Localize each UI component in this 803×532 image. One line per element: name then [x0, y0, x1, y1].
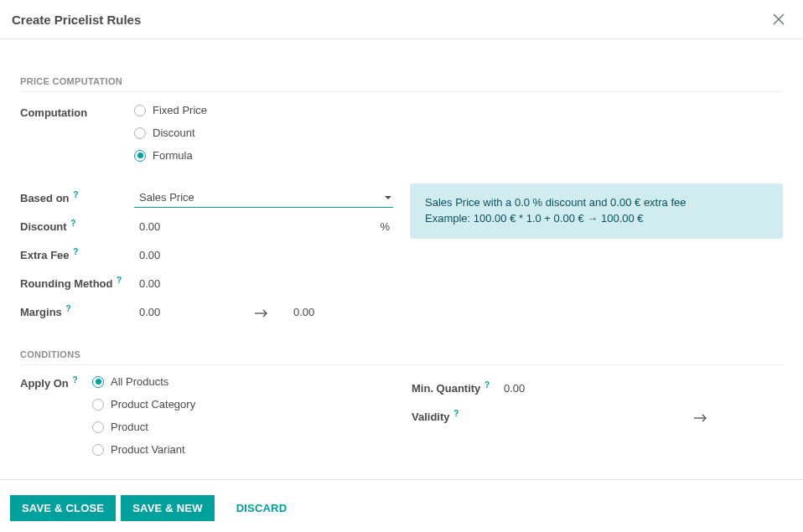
- computation-option-discount[interactable]: Discount: [134, 127, 207, 139]
- help-icon[interactable]: ?: [70, 219, 75, 228]
- section-conditions: CONDITIONS Apply On ? All Products: [20, 349, 783, 456]
- chevron-down-icon: [385, 196, 391, 199]
- radio-icon: [134, 105, 146, 116]
- save-close-button[interactable]: Save & Close: [10, 495, 116, 521]
- section-title-conditions: CONDITIONS: [20, 349, 783, 365]
- modal-title: Create Pricelist Rules: [12, 13, 141, 27]
- apply-on-option-product[interactable]: Product: [92, 421, 195, 433]
- radio-icon: [134, 150, 146, 162]
- help-icon[interactable]: ?: [484, 380, 490, 390]
- close-icon[interactable]: [771, 12, 786, 27]
- arrow-right-icon: [255, 307, 268, 316]
- computation-field: Computation Fixed Price Discount Formula: [20, 101, 783, 163]
- help-icon[interactable]: ?: [72, 375, 77, 385]
- radio-icon: [92, 376, 104, 388]
- apply-on-radio-group: All Products Product Category Product: [92, 374, 195, 456]
- help-icon[interactable]: ?: [73, 247, 78, 256]
- computation-label: Computation: [20, 102, 134, 119]
- discard-button[interactable]: Discard: [225, 495, 299, 521]
- extra-fee-field: Extra Fee ?: [20, 240, 393, 269]
- discount-input[interactable]: [134, 217, 184, 236]
- modal-footer: Save & Close Save & New Discard: [0, 479, 803, 531]
- margins-label: Margins ?: [20, 304, 134, 318]
- help-icon[interactable]: ?: [453, 409, 458, 418]
- discount-field: Discount ? %: [20, 212, 393, 240]
- margins-min-input[interactable]: [134, 302, 235, 322]
- section-price-computation: PRICE COMPUTATION Computation Fixed Pric…: [20, 76, 783, 326]
- rounding-method-label: Rounding Method ?: [20, 276, 134, 290]
- radio-icon: [92, 444, 104, 456]
- validity-label: Validity ?: [412, 409, 499, 423]
- modal-body: PRICE COMPUTATION Computation Fixed Pric…: [0, 39, 803, 479]
- section-title-price-computation: PRICE COMPUTATION: [20, 76, 783, 92]
- modal-header: Create Pricelist Rules: [0, 0, 803, 39]
- apply-on-option-product-variant[interactable]: Product Variant: [92, 443, 195, 456]
- computation-option-fixed-price[interactable]: Fixed Price: [134, 104, 207, 116]
- radio-icon: [92, 421, 104, 433]
- discount-unit: %: [380, 220, 390, 233]
- based-on-dropdown[interactable]: Sales Price: [134, 188, 393, 208]
- validity-field: Validity ?: [412, 402, 783, 431]
- margins-max-input[interactable]: [288, 302, 339, 322]
- formula-info-alert: Sales Price with a 0.0 % discount and 0.…: [410, 183, 783, 239]
- computation-option-formula[interactable]: Formula: [134, 149, 207, 162]
- min-quantity-label: Min. Quantity ?: [412, 380, 499, 395]
- apply-on-label: Apply On ?: [20, 374, 92, 390]
- rounding-method-input[interactable]: [134, 274, 184, 293]
- apply-on-option-product-category[interactable]: Product Category: [92, 398, 195, 411]
- discount-label: Discount ?: [20, 219, 134, 233]
- radio-icon: [134, 127, 146, 139]
- apply-on-field: Apply On ? All Products Product Category: [20, 374, 391, 456]
- help-icon[interactable]: ?: [65, 304, 70, 313]
- computation-radio-group: Fixed Price Discount Formula: [134, 102, 207, 162]
- based-on-label: Based on ?: [20, 190, 134, 204]
- help-icon[interactable]: ?: [117, 276, 122, 285]
- extra-fee-input[interactable]: [134, 245, 184, 265]
- help-icon[interactable]: ?: [73, 190, 78, 199]
- min-quantity-field: Min. Quantity ?: [412, 374, 783, 402]
- arrow-right-icon: [694, 412, 707, 421]
- radio-icon: [92, 399, 104, 411]
- margins-field: Margins ?: [20, 297, 393, 326]
- min-quantity-input[interactable]: [499, 379, 549, 398]
- validity-start-input[interactable]: [499, 407, 532, 426]
- extra-fee-label: Extra Fee ?: [20, 247, 134, 261]
- based-on-field: Based on ? Sales Price: [20, 183, 393, 212]
- save-new-button[interactable]: Save & New: [121, 495, 214, 521]
- rounding-method-field: Rounding Method ?: [20, 269, 393, 297]
- apply-on-option-all-products[interactable]: All Products: [92, 375, 195, 388]
